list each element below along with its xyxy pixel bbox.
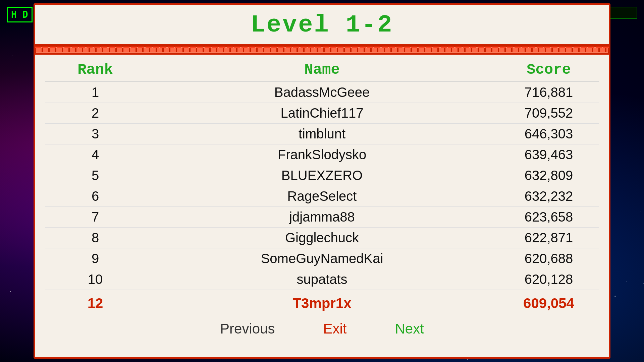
current-player-rank: 12 [45,295,146,311]
cell-rank: 2 [45,106,146,121]
col-header-rank: Rank [45,61,146,78]
level-title: Level 1-2 [251,11,393,39]
cell-name: BadassMcGeee [146,85,498,100]
cell-score: 622,871 [498,230,599,245]
table-header: Rank Name Score [45,55,599,82]
cell-name: RageSelect [146,189,498,204]
cell-score: 639,463 [498,147,599,162]
exit-button[interactable]: Exit [319,319,351,338]
leaderboard-table: Rank Name Score 1 BadassMcGeee 716,881 2… [35,55,609,314]
cell-rank: 5 [45,168,146,183]
cell-score: 623,658 [498,209,599,225]
cell-score: 632,232 [498,189,599,204]
table-row: 10 supatats 620,128 [45,269,599,290]
cell-name: BLUEXZERO [146,168,498,183]
cell-rank: 4 [45,147,146,162]
table-row: 1 BadassMcGeee 716,881 [45,82,599,103]
table-row: 7 jdjamma88 623,658 [45,207,599,228]
previous-button[interactable]: Previous [216,319,279,338]
current-player-row: 12 T3mpr1x 609,054 [45,291,599,314]
cell-rank: 7 [45,209,146,225]
next-button[interactable]: Next [391,319,428,338]
col-header-score: Score [498,61,599,78]
current-player-score: 609,054 [498,295,599,311]
cell-name: jdjamma88 [146,209,498,225]
table-row: 6 RageSelect 632,232 [45,186,599,207]
cell-rank: 1 [45,85,146,100]
nav-buttons: Previous Exit Next [35,314,609,345]
table-row: 9 SomeGuyNamedKai 620,688 [45,248,599,269]
table-row: 3 timblunt 646,303 [45,124,599,144]
table-row: 2 LatinChief117 709,552 [45,103,599,124]
hud-top-left: H D [7,7,33,22]
title-section: Level 1-2 [35,5,609,45]
cell-score: 620,688 [498,251,599,266]
cell-score: 620,128 [498,272,599,287]
cell-score: 709,552 [498,106,599,121]
table-row: 4 FrankSlodysko 639,463 [45,144,599,165]
cell-rank: 10 [45,272,146,287]
cell-name: SomeGuyNamedKai [146,251,498,266]
table-body: 1 BadassMcGeee 716,881 2 LatinChief117 7… [45,82,599,290]
table-row: 8 Gigglechuck 622,871 [45,228,599,248]
cell-rank: 9 [45,251,146,266]
cell-score: 646,303 [498,126,599,141]
decorative-strip [35,45,609,55]
col-header-name: Name [146,61,498,78]
cell-score: 632,809 [498,168,599,183]
cell-rank: 8 [45,230,146,245]
leaderboard-panel: Level 1-2 Rank Name Score 1 BadassMcGeee… [34,3,610,359]
table-row: 5 BLUEXZERO 632,809 [45,165,599,186]
deco-strip-inner [36,47,608,53]
cell-name: Gigglechuck [146,230,498,245]
cell-name: supatats [146,272,498,287]
current-player-name: T3mpr1x [146,295,498,311]
cell-rank: 3 [45,126,146,141]
cell-name: FrankSlodysko [146,147,498,162]
cell-score: 716,881 [498,85,599,100]
cell-rank: 6 [45,189,146,204]
cell-name: LatinChief117 [146,106,498,121]
cell-name: timblunt [146,126,498,141]
